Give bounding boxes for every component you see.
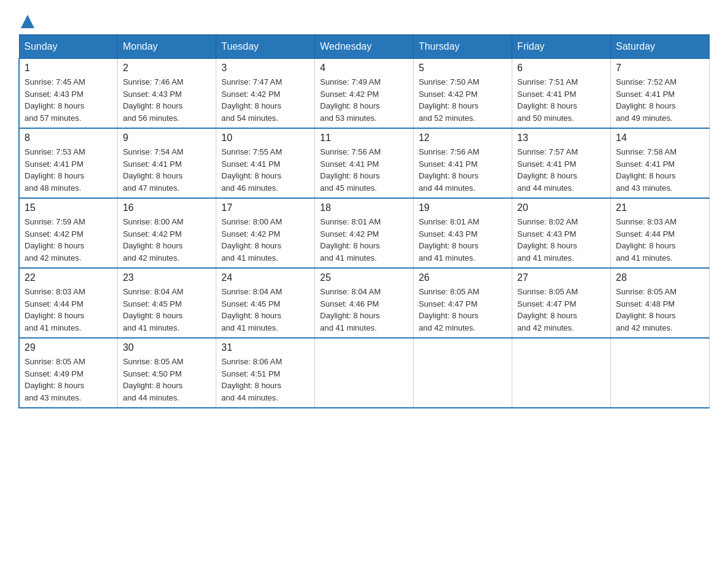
calendar-day-cell: 5 Sunrise: 7:50 AMSunset: 4:42 PMDayligh… bbox=[414, 59, 512, 129]
day-number: 31 bbox=[221, 342, 309, 353]
day-number: 4 bbox=[320, 63, 408, 74]
day-info: Sunrise: 7:51 AMSunset: 4:41 PMDaylight:… bbox=[517, 77, 578, 123]
calendar-day-cell: 3 Sunrise: 7:47 AMSunset: 4:42 PMDayligh… bbox=[216, 59, 315, 129]
day-number: 30 bbox=[123, 342, 211, 353]
calendar-body: 1 Sunrise: 7:45 AMSunset: 4:43 PMDayligh… bbox=[19, 59, 710, 408]
day-info: Sunrise: 8:01 AMSunset: 4:43 PMDaylight:… bbox=[419, 217, 479, 262]
day-number: 9 bbox=[123, 132, 211, 144]
day-info: Sunrise: 7:55 AMSunset: 4:41 PMDaylight:… bbox=[221, 147, 282, 193]
calendar-day-cell bbox=[414, 338, 512, 408]
calendar-day-cell: 23 Sunrise: 8:04 AMSunset: 4:45 PMDaylig… bbox=[118, 268, 216, 338]
day-info: Sunrise: 7:46 AMSunset: 4:43 PMDaylight:… bbox=[123, 77, 183, 123]
calendar-day-cell: 17 Sunrise: 8:00 AMSunset: 4:42 PMDaylig… bbox=[216, 198, 315, 268]
day-number: 16 bbox=[123, 202, 211, 213]
day-number: 22 bbox=[25, 272, 112, 283]
day-number: 14 bbox=[616, 132, 704, 144]
logo bbox=[18, 12, 37, 28]
day-number: 7 bbox=[616, 63, 704, 74]
day-number: 3 bbox=[221, 63, 309, 74]
day-number: 28 bbox=[616, 272, 704, 283]
day-number: 18 bbox=[320, 202, 408, 213]
calendar-day-cell: 24 Sunrise: 8:04 AMSunset: 4:45 PMDaylig… bbox=[216, 268, 315, 338]
calendar-day-cell: 7 Sunrise: 7:52 AMSunset: 4:41 PMDayligh… bbox=[611, 59, 710, 129]
calendar-week-row: 29 Sunrise: 8:05 AMSunset: 4:49 PMDaylig… bbox=[19, 338, 710, 408]
day-info: Sunrise: 8:06 AMSunset: 4:51 PMDaylight:… bbox=[221, 357, 282, 402]
day-number: 10 bbox=[221, 132, 309, 144]
calendar-day-cell: 29 Sunrise: 8:05 AMSunset: 4:49 PMDaylig… bbox=[19, 338, 118, 408]
calendar-day-cell: 31 Sunrise: 8:06 AMSunset: 4:51 PMDaylig… bbox=[216, 338, 315, 408]
day-info: Sunrise: 8:00 AMSunset: 4:42 PMDaylight:… bbox=[221, 217, 282, 262]
calendar-day-cell bbox=[512, 338, 611, 408]
calendar-day-cell: 9 Sunrise: 7:54 AMSunset: 4:41 PMDayligh… bbox=[118, 128, 216, 198]
calendar-day-cell: 12 Sunrise: 7:56 AMSunset: 4:41 PMDaylig… bbox=[414, 128, 512, 198]
calendar-day-cell: 2 Sunrise: 7:46 AMSunset: 4:43 PMDayligh… bbox=[118, 59, 216, 129]
day-info: Sunrise: 8:03 AMSunset: 4:44 PMDaylight:… bbox=[616, 217, 677, 262]
day-number: 29 bbox=[25, 342, 112, 353]
calendar-day-cell: 28 Sunrise: 8:05 AMSunset: 4:48 PMDaylig… bbox=[611, 268, 710, 338]
calendar-day-cell: 27 Sunrise: 8:05 AMSunset: 4:47 PMDaylig… bbox=[512, 268, 611, 338]
weekday-header-saturday: Saturday bbox=[611, 35, 710, 59]
calendar-day-cell bbox=[315, 338, 414, 408]
calendar-day-cell: 6 Sunrise: 7:51 AMSunset: 4:41 PMDayligh… bbox=[512, 59, 611, 129]
calendar-day-cell: 8 Sunrise: 7:53 AMSunset: 4:41 PMDayligh… bbox=[19, 128, 118, 198]
day-number: 20 bbox=[517, 202, 605, 213]
day-number: 11 bbox=[320, 132, 408, 144]
day-info: Sunrise: 7:59 AMSunset: 4:42 PMDaylight:… bbox=[25, 217, 85, 262]
day-number: 8 bbox=[25, 132, 112, 144]
day-info: Sunrise: 8:05 AMSunset: 4:49 PMDaylight:… bbox=[25, 357, 85, 402]
day-number: 27 bbox=[517, 272, 605, 283]
calendar-day-cell: 22 Sunrise: 8:03 AMSunset: 4:44 PMDaylig… bbox=[19, 268, 118, 338]
day-info: Sunrise: 8:04 AMSunset: 4:45 PMDaylight:… bbox=[221, 287, 282, 332]
day-number: 19 bbox=[419, 202, 507, 213]
page-header bbox=[18, 12, 710, 28]
day-info: Sunrise: 8:02 AMSunset: 4:43 PMDaylight:… bbox=[517, 217, 578, 262]
day-info: Sunrise: 8:00 AMSunset: 4:42 PMDaylight:… bbox=[123, 217, 183, 262]
calendar-day-cell: 1 Sunrise: 7:45 AMSunset: 4:43 PMDayligh… bbox=[19, 59, 118, 129]
day-number: 15 bbox=[25, 202, 112, 213]
day-number: 6 bbox=[517, 63, 605, 74]
day-number: 12 bbox=[419, 132, 507, 144]
weekday-header-tuesday: Tuesday bbox=[216, 35, 315, 59]
day-number: 24 bbox=[221, 272, 309, 283]
day-info: Sunrise: 8:04 AMSunset: 4:46 PMDaylight:… bbox=[320, 287, 381, 332]
day-number: 23 bbox=[123, 272, 211, 283]
calendar-week-row: 8 Sunrise: 7:53 AMSunset: 4:41 PMDayligh… bbox=[19, 128, 710, 198]
day-info: Sunrise: 8:01 AMSunset: 4:42 PMDaylight:… bbox=[320, 217, 381, 262]
day-number: 25 bbox=[320, 272, 408, 283]
calendar-day-cell: 10 Sunrise: 7:55 AMSunset: 4:41 PMDaylig… bbox=[216, 128, 315, 198]
calendar-day-cell: 26 Sunrise: 8:05 AMSunset: 4:47 PMDaylig… bbox=[414, 268, 512, 338]
calendar-day-cell: 30 Sunrise: 8:05 AMSunset: 4:50 PMDaylig… bbox=[118, 338, 216, 408]
calendar-day-cell: 21 Sunrise: 8:03 AMSunset: 4:44 PMDaylig… bbox=[611, 198, 710, 268]
day-number: 5 bbox=[419, 63, 507, 74]
calendar-day-cell: 14 Sunrise: 7:58 AMSunset: 4:41 PMDaylig… bbox=[611, 128, 710, 198]
weekday-header-sunday: Sunday bbox=[19, 35, 118, 59]
calendar-day-cell: 4 Sunrise: 7:49 AMSunset: 4:42 PMDayligh… bbox=[315, 59, 414, 129]
calendar-day-cell: 20 Sunrise: 8:02 AMSunset: 4:43 PMDaylig… bbox=[512, 198, 611, 268]
calendar-table: SundayMondayTuesdayWednesdayThursdayFrid… bbox=[18, 34, 710, 408]
day-info: Sunrise: 7:54 AMSunset: 4:41 PMDaylight:… bbox=[123, 147, 183, 193]
weekday-header-friday: Friday bbox=[512, 35, 611, 59]
calendar-day-cell: 18 Sunrise: 8:01 AMSunset: 4:42 PMDaylig… bbox=[315, 198, 414, 268]
calendar-week-row: 1 Sunrise: 7:45 AMSunset: 4:43 PMDayligh… bbox=[19, 59, 710, 129]
day-info: Sunrise: 7:56 AMSunset: 4:41 PMDaylight:… bbox=[320, 147, 381, 193]
calendar-day-cell: 25 Sunrise: 8:04 AMSunset: 4:46 PMDaylig… bbox=[315, 268, 414, 338]
day-info: Sunrise: 7:49 AMSunset: 4:42 PMDaylight:… bbox=[320, 77, 381, 123]
day-info: Sunrise: 8:05 AMSunset: 4:48 PMDaylight:… bbox=[616, 287, 677, 332]
day-info: Sunrise: 8:05 AMSunset: 4:47 PMDaylight:… bbox=[419, 287, 479, 332]
day-info: Sunrise: 7:56 AMSunset: 4:41 PMDaylight:… bbox=[419, 147, 479, 193]
day-info: Sunrise: 8:03 AMSunset: 4:44 PMDaylight:… bbox=[25, 287, 85, 332]
calendar-day-cell bbox=[611, 338, 710, 408]
calendar-day-cell: 19 Sunrise: 8:01 AMSunset: 4:43 PMDaylig… bbox=[414, 198, 512, 268]
day-number: 2 bbox=[123, 63, 211, 74]
weekday-header-wednesday: Wednesday bbox=[315, 35, 414, 59]
day-info: Sunrise: 7:50 AMSunset: 4:42 PMDaylight:… bbox=[419, 77, 479, 123]
day-info: Sunrise: 7:52 AMSunset: 4:41 PMDaylight:… bbox=[616, 77, 677, 123]
day-number: 17 bbox=[221, 202, 309, 213]
day-info: Sunrise: 8:05 AMSunset: 4:50 PMDaylight:… bbox=[123, 357, 183, 402]
day-info: Sunrise: 7:45 AMSunset: 4:43 PMDaylight:… bbox=[25, 77, 85, 123]
weekday-header-row: SundayMondayTuesdayWednesdayThursdayFrid… bbox=[19, 35, 710, 59]
day-info: Sunrise: 7:53 AMSunset: 4:41 PMDaylight:… bbox=[25, 147, 85, 193]
day-info: Sunrise: 7:57 AMSunset: 4:41 PMDaylight:… bbox=[517, 147, 578, 193]
calendar-day-cell: 11 Sunrise: 7:56 AMSunset: 4:41 PMDaylig… bbox=[315, 128, 414, 198]
day-info: Sunrise: 7:58 AMSunset: 4:41 PMDaylight:… bbox=[616, 147, 677, 193]
